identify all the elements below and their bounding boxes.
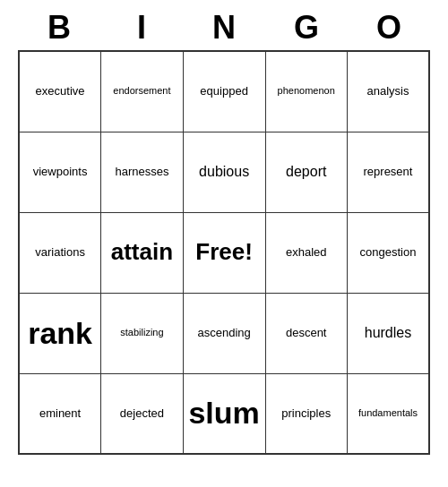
grid-row-1: viewpointsharnessesdubiousdeportrepresen… [19,132,429,212]
grid-cell-4-2: slum [183,373,265,454]
grid-row-2: variationsattainFree!exhaledcongestion [19,212,429,293]
cell-text: Free! [185,238,263,266]
cell-text: principles [268,406,345,421]
cell-text: rank [22,315,99,352]
grid-cell-0-4: analysis [347,51,429,132]
bingo-header: BINGO [18,9,430,47]
grid-cell-1-1: harnesses [101,132,184,212]
grid-cell-2-1: attain [101,212,184,293]
cell-text: represent [349,165,426,179]
cell-text: hurdles [349,324,426,341]
cell-text: dubious [185,163,263,180]
header-letter-b: B [18,9,100,47]
header-letter-i: I [100,9,183,47]
cell-text: eminent [22,406,99,421]
cell-text: phenomenon [268,85,345,97]
cell-text: stabilizing [103,327,181,338]
grid-cell-2-4: congestion [347,212,429,293]
bingo-grid: executiveendorsementequippedphenomenonan… [18,50,430,455]
grid-cell-1-0: viewpoints [19,132,101,212]
grid-row-4: eminentdejectedslumprinciplesfundamental… [19,373,429,454]
grid-cell-3-3: descent [265,293,347,373]
cell-text: viewpoints [22,165,99,179]
header-letter-n: N [183,9,265,47]
grid-row-3: rankstabilizingascendingdescenthurdles [19,293,429,373]
cell-text: ascending [185,326,263,340]
grid-cell-1-3: deport [265,132,347,212]
cell-text: congestion [349,245,426,260]
grid-cell-2-2: Free! [183,212,265,293]
grid-cell-3-1: stabilizing [101,293,184,373]
cell-text: slum [185,395,263,431]
grid-cell-1-4: represent [347,132,429,212]
cell-text: attain [103,238,181,266]
cell-text: descent [268,326,345,340]
header-letter-g: G [265,9,348,47]
grid-cell-4-4: fundamentals [347,373,429,454]
cell-text: variations [22,245,99,260]
grid-cell-0-1: endorsement [101,51,184,132]
grid-cell-1-2: dubious [183,132,265,212]
cell-text: fundamentals [349,407,426,419]
cell-text: dejected [103,406,181,421]
grid-cell-3-0: rank [19,293,101,373]
cell-text: deport [268,163,345,180]
cell-text: executive [22,84,99,98]
cell-text: exhaled [268,245,345,260]
grid-cell-3-2: ascending [183,293,265,373]
grid-cell-2-3: exhaled [265,212,347,293]
cell-text: endorsement [103,85,181,97]
cell-text: equipped [185,84,263,98]
grid-cell-0-3: phenomenon [265,51,347,132]
header-letter-o: O [348,9,430,47]
grid-cell-3-4: hurdles [347,293,429,373]
grid-cell-0-0: executive [19,51,101,132]
cell-text: analysis [349,84,426,98]
grid-cell-0-2: equipped [183,51,265,132]
grid-cell-4-0: eminent [19,373,101,454]
grid-cell-2-0: variations [19,212,101,293]
grid-row-0: executiveendorsementequippedphenomenonan… [19,51,429,132]
grid-cell-4-3: principles [265,373,347,454]
grid-cell-4-1: dejected [101,373,184,454]
cell-text: harnesses [103,165,181,179]
